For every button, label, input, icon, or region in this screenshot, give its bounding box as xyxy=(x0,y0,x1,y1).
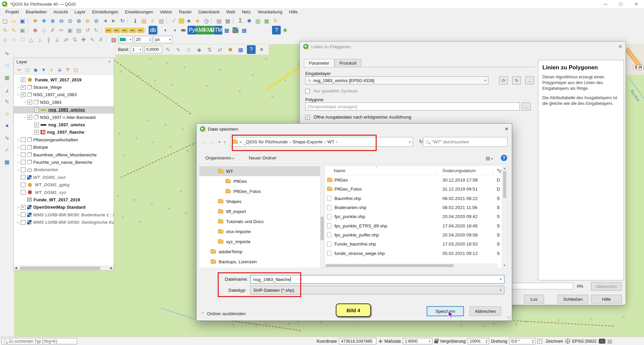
add-group-icon[interactable]: ▢ xyxy=(24,66,31,74)
layer-checkbox[interactable] xyxy=(21,85,25,90)
attribute-table-icon[interactable]: ▦ xyxy=(262,16,271,25)
layer-row[interactable]: › Biotope xyxy=(14,144,114,151)
menu-item[interactable]: Verarbeitung xyxy=(254,9,286,15)
column-divider[interactable] xyxy=(493,166,493,175)
tree-vscrollbar[interactable] xyxy=(320,166,324,268)
unit-combo[interactable]: px▾ xyxy=(154,36,172,43)
back-icon[interactable]: ← xyxy=(201,139,206,145)
angle-constraint-icon[interactable]: ∠ xyxy=(53,35,62,44)
menu-icon[interactable]: ≡ xyxy=(257,45,266,54)
menu-item[interactable]: Netz xyxy=(238,9,254,15)
show-bookmarks-icon[interactable]: ★ xyxy=(193,16,202,25)
html-export-icon[interactable]: HTML xyxy=(214,26,222,34)
measure-line-icon[interactable]: ∕ xyxy=(170,16,178,25)
layer-row[interactable]: › NSG_1937_und_1983 xyxy=(14,91,114,98)
change-label-icon[interactable]: abc xyxy=(137,28,144,33)
resize-grip[interactable] xyxy=(507,316,511,319)
delete-selected-icon[interactable]: ✗ xyxy=(48,26,57,34)
label-visibility-icon[interactable]: abc xyxy=(113,28,120,33)
separator[interactable] xyxy=(233,17,235,24)
pin-labels-icon[interactable]: abc xyxy=(121,28,128,33)
map-tips-icon[interactable]: ⋯ xyxy=(179,18,184,23)
layer-checkbox[interactable] xyxy=(21,92,25,97)
menu-item[interactable]: Hilfe xyxy=(285,9,301,15)
file-row[interactable]: Funde_baumfrei.shp 17.03.2020 18:53 S xyxy=(325,239,502,249)
expand-arrow-icon[interactable]: › xyxy=(16,160,21,165)
scrollbar-thumb[interactable] xyxy=(20,267,100,270)
collapse-all-icon[interactable]: ⇈ xyxy=(64,66,71,74)
layer-checkbox[interactable] xyxy=(21,220,25,225)
file-row[interactable]: PflGes 30.12.2019 17:56 D xyxy=(325,176,502,185)
layer-styling-icon[interactable]: ✏ xyxy=(16,66,23,74)
file-row[interactable]: funde_strasse_wege.shp 05.02.2021 09:12 … xyxy=(325,249,502,258)
coordinate-input[interactable]: 473618,5397865 xyxy=(339,338,376,344)
draw-pixel-icon[interactable]: ✎ xyxy=(164,45,172,54)
add-vertex-icon[interactable]: ✚ xyxy=(79,35,88,44)
layer-checkbox[interactable] xyxy=(21,160,25,164)
undo-icon[interactable]: ↺ xyxy=(83,26,92,34)
new-print-layout-icon[interactable]: ▤ xyxy=(215,16,223,25)
separator[interactable] xyxy=(166,17,169,24)
copy-features-icon[interactable]: ▣ xyxy=(66,26,74,34)
layer-row[interactable]: WT_DGM1_xyz xyxy=(14,189,114,196)
expand-arrow-icon[interactable]: › xyxy=(16,205,21,210)
folder-tree-item[interactable]: WT xyxy=(199,166,320,176)
parallel-icon[interactable]: ∥ xyxy=(44,35,53,44)
remove-layer-icon[interactable]: ▢ xyxy=(72,66,79,74)
vertex-tool-icon[interactable]: ◇ xyxy=(40,26,48,34)
raster-grid-icon[interactable]: ▦ xyxy=(236,45,245,54)
layer-row[interactable]: WT_DGM1_rast xyxy=(14,174,114,181)
file-row[interactable]: Baumfrei.shp 08.02.2021 08:22 S xyxy=(325,194,502,203)
list-vscrollbar[interactable]: ▲ ▼ xyxy=(502,166,507,268)
scroll-right-icon[interactable]: ▶ xyxy=(110,266,113,270)
menu-item[interactable]: Bearbeiten xyxy=(22,9,50,15)
expand-all-icon[interactable]: ⇊ xyxy=(56,66,63,74)
dialog-tab[interactable]: Protokoll xyxy=(334,59,362,67)
swap-band-icon[interactable]: ⇄ xyxy=(216,45,224,54)
layer-checkbox[interactable] xyxy=(21,212,25,217)
crs-code[interactable]: EPSG:25832 xyxy=(572,339,597,344)
field-calculator-icon[interactable]: # xyxy=(271,16,280,25)
layer-checkbox[interactable] xyxy=(21,145,25,150)
expand-arrow-icon[interactable]: › xyxy=(16,145,21,150)
separator[interactable] xyxy=(106,36,109,43)
attribute-grid-icon[interactable]: ▦ xyxy=(2,157,12,166)
draw-line-icon[interactable]: ✎ xyxy=(174,45,183,54)
layer-checkbox[interactable] xyxy=(21,205,25,210)
view-mode-icon[interactable]: ▤ ▾ xyxy=(486,155,493,161)
layer-row[interactable]: Funde_WT_2017_2019 xyxy=(14,196,114,203)
separator[interactable] xyxy=(211,17,214,24)
redo-icon[interactable]: ↻ xyxy=(92,26,101,34)
refresh-map-icon[interactable]: ↻ xyxy=(118,16,127,25)
flip-icon[interactable]: ⇅ xyxy=(70,35,79,44)
rectangle-tool-icon[interactable]: □ xyxy=(18,35,27,44)
layer-checkbox[interactable] xyxy=(21,175,25,180)
breadcrumb-dropdown-icon[interactable]: ▾ xyxy=(409,140,411,144)
layer-row[interactable]: › Strasse_Wege xyxy=(14,83,114,91)
filter-expression-icon[interactable]: ε xyxy=(48,66,55,74)
only-selected-checkbox[interactable] xyxy=(305,89,310,93)
layers-panel-hscrollbar[interactable]: ◀ ▶ xyxy=(14,266,114,270)
menu-item[interactable]: Erweiterungen xyxy=(122,9,157,15)
scroll-down-icon[interactable]: ▼ xyxy=(503,264,506,267)
layer-checkbox[interactable] xyxy=(34,130,39,135)
layer-row[interactable]: Funde_WT_2017_2019 xyxy=(14,76,114,83)
filter-legend-icon[interactable]: ▼ xyxy=(40,66,47,74)
cancel-button[interactable]: Abbrechen xyxy=(591,282,622,291)
select-features-icon[interactable]: ▧ xyxy=(140,16,148,25)
expand-arrow-icon[interactable]: › xyxy=(16,167,21,172)
save-button[interactable]: Speichern xyxy=(427,306,464,316)
help-contents-icon[interactable]: ? xyxy=(272,26,281,34)
expand-arrow-icon[interactable]: › xyxy=(16,85,21,90)
scroll-left-icon[interactable]: ◀ xyxy=(15,266,17,270)
folder-tree-item[interactable]: Backups, Lizenzen xyxy=(199,257,320,267)
menu-item[interactable]: Raster xyxy=(175,9,195,15)
locator-search-input[interactable]: Zu suchender Typ (Strg+K) xyxy=(1,338,77,344)
close-button[interactable]: ✕ xyxy=(629,0,644,8)
layer-row[interactable]: nsg_1937_umriss xyxy=(14,121,114,128)
menu-item[interactable]: Projekt xyxy=(2,9,22,15)
refresh-icon[interactable]: ↻ xyxy=(419,139,423,145)
hide-folders-toggle[interactable]: ⌃ Ordner ausblenden xyxy=(201,311,246,316)
layer-row[interactable]: › OpenStreetMap Standard xyxy=(14,204,114,211)
toggle-editing-icon[interactable]: ✎ xyxy=(9,26,18,34)
